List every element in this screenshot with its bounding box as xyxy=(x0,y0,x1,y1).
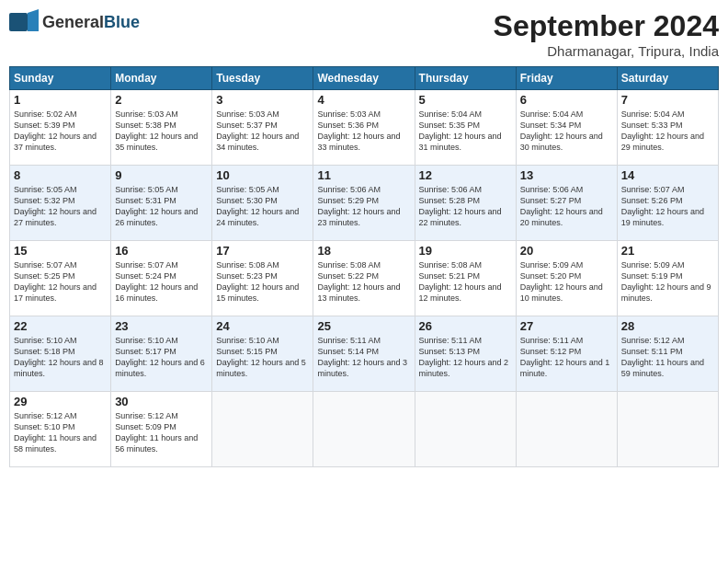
calendar-cell xyxy=(617,392,718,467)
cell-info: Sunrise: 5:08 AMSunset: 5:21 PMDaylight:… xyxy=(419,259,512,304)
calendar-cell: 23 Sunrise: 5:10 AMSunset: 5:17 PMDaylig… xyxy=(111,316,212,392)
calendar-cell: 4 Sunrise: 5:03 AMSunset: 5:36 PMDayligh… xyxy=(313,90,415,166)
day-number: 22 xyxy=(14,319,107,333)
calendar-week-3: 15 Sunrise: 5:07 AMSunset: 5:25 PMDaylig… xyxy=(10,241,719,316)
day-number: 13 xyxy=(520,168,613,182)
cell-info: Sunrise: 5:10 AMSunset: 5:15 PMDaylight:… xyxy=(216,335,309,380)
day-number: 30 xyxy=(115,395,208,408)
calendar-cell: 14 Sunrise: 5:07 AMSunset: 5:26 PMDaylig… xyxy=(617,166,718,241)
cell-info: Sunrise: 5:08 AMSunset: 5:23 PMDaylight:… xyxy=(216,259,309,304)
cell-info: Sunrise: 5:02 AMSunset: 5:39 PMDaylight:… xyxy=(14,109,107,154)
cell-info: Sunrise: 5:04 AMSunset: 5:35 PMDaylight:… xyxy=(419,109,512,154)
day-number: 2 xyxy=(115,93,208,107)
cell-info: Sunrise: 5:06 AMSunset: 5:29 PMDaylight:… xyxy=(317,184,410,229)
cell-info: Sunrise: 5:06 AMSunset: 5:28 PMDaylight:… xyxy=(419,184,512,229)
calendar-cell xyxy=(415,392,516,467)
day-number: 12 xyxy=(419,168,512,182)
day-number: 10 xyxy=(216,168,309,182)
day-number: 11 xyxy=(317,168,410,182)
calendar-table: SundayMondayTuesdayWednesdayThursdayFrid… xyxy=(9,66,719,467)
logo-general: General xyxy=(42,13,104,31)
calendar-cell xyxy=(516,392,617,467)
cell-info: Sunrise: 5:11 AMSunset: 5:14 PMDaylight:… xyxy=(317,335,410,380)
cell-info: Sunrise: 5:12 AMSunset: 5:11 PMDaylight:… xyxy=(621,335,714,380)
day-number: 21 xyxy=(621,244,714,258)
logo-blue: Blue xyxy=(104,13,140,31)
day-number: 16 xyxy=(115,244,208,258)
month-title: September 2024 xyxy=(494,9,719,43)
calendar-cell: 6 Sunrise: 5:04 AMSunset: 5:34 PMDayligh… xyxy=(516,90,617,166)
cell-info: Sunrise: 5:11 AMSunset: 5:13 PMDaylight:… xyxy=(419,335,512,380)
day-number: 3 xyxy=(216,93,309,107)
calendar-cell: 15 Sunrise: 5:07 AMSunset: 5:25 PMDaylig… xyxy=(10,241,111,316)
weekday-header-wednesday: Wednesday xyxy=(313,67,415,90)
calendar-cell: 17 Sunrise: 5:08 AMSunset: 5:23 PMDaylig… xyxy=(212,241,313,316)
cell-info: Sunrise: 5:04 AMSunset: 5:34 PMDaylight:… xyxy=(520,109,613,154)
calendar-cell: 2 Sunrise: 5:03 AMSunset: 5:38 PMDayligh… xyxy=(111,90,212,166)
day-number: 9 xyxy=(115,168,208,182)
calendar-cell: 7 Sunrise: 5:04 AMSunset: 5:33 PMDayligh… xyxy=(617,90,718,166)
day-number: 5 xyxy=(419,93,512,107)
weekday-header-row: SundayMondayTuesdayWednesdayThursdayFrid… xyxy=(10,67,719,90)
calendar-cell: 9 Sunrise: 5:05 AMSunset: 5:31 PMDayligh… xyxy=(111,166,212,241)
cell-info: Sunrise: 5:09 AMSunset: 5:20 PMDaylight:… xyxy=(520,259,613,304)
day-number: 29 xyxy=(14,395,107,408)
calendar-cell: 26 Sunrise: 5:11 AMSunset: 5:13 PMDaylig… xyxy=(415,316,516,392)
day-number: 1 xyxy=(14,93,107,107)
logo-icon xyxy=(9,9,39,35)
cell-info: Sunrise: 5:05 AMSunset: 5:31 PMDaylight:… xyxy=(115,184,208,229)
calendar-cell: 29 Sunrise: 5:12 AMSunset: 5:10 PMDaylig… xyxy=(10,392,111,467)
day-number: 17 xyxy=(216,244,309,258)
calendar-cell: 16 Sunrise: 5:07 AMSunset: 5:24 PMDaylig… xyxy=(111,241,212,316)
weekday-header-monday: Monday xyxy=(111,67,212,90)
day-number: 20 xyxy=(520,244,613,258)
calendar-cell: 13 Sunrise: 5:06 AMSunset: 5:27 PMDaylig… xyxy=(516,166,617,241)
weekday-header-thursday: Thursday xyxy=(415,67,516,90)
day-number: 27 xyxy=(520,319,613,333)
day-number: 6 xyxy=(520,93,613,107)
cell-info: Sunrise: 5:12 AMSunset: 5:09 PMDaylight:… xyxy=(115,410,208,455)
svg-rect-0 xyxy=(9,13,28,31)
calendar-cell: 5 Sunrise: 5:04 AMSunset: 5:35 PMDayligh… xyxy=(415,90,516,166)
cell-info: Sunrise: 5:03 AMSunset: 5:38 PMDaylight:… xyxy=(115,109,208,154)
calendar-cell: 11 Sunrise: 5:06 AMSunset: 5:29 PMDaylig… xyxy=(313,166,415,241)
cell-info: Sunrise: 5:07 AMSunset: 5:26 PMDaylight:… xyxy=(621,184,714,229)
weekday-header-friday: Friday xyxy=(516,67,617,90)
cell-info: Sunrise: 5:11 AMSunset: 5:12 PMDaylight:… xyxy=(520,335,613,380)
day-number: 14 xyxy=(621,168,714,182)
calendar-cell: 1 Sunrise: 5:02 AMSunset: 5:39 PMDayligh… xyxy=(10,90,111,166)
calendar-cell: 30 Sunrise: 5:12 AMSunset: 5:09 PMDaylig… xyxy=(111,392,212,467)
title-area: September 2024 Dharmanagar, Tripura, Ind… xyxy=(494,9,719,59)
cell-info: Sunrise: 5:07 AMSunset: 5:25 PMDaylight:… xyxy=(14,259,107,304)
calendar-week-2: 8 Sunrise: 5:05 AMSunset: 5:32 PMDayligh… xyxy=(10,166,719,241)
day-number: 4 xyxy=(317,93,410,107)
cell-info: Sunrise: 5:04 AMSunset: 5:33 PMDaylight:… xyxy=(621,109,714,154)
cell-info: Sunrise: 5:08 AMSunset: 5:22 PMDaylight:… xyxy=(317,259,410,304)
calendar-cell: 10 Sunrise: 5:05 AMSunset: 5:30 PMDaylig… xyxy=(212,166,313,241)
calendar-cell: 18 Sunrise: 5:08 AMSunset: 5:22 PMDaylig… xyxy=(313,241,415,316)
svg-marker-1 xyxy=(28,9,39,31)
weekday-header-saturday: Saturday xyxy=(617,67,718,90)
calendar-cell: 25 Sunrise: 5:11 AMSunset: 5:14 PMDaylig… xyxy=(313,316,415,392)
cell-info: Sunrise: 5:09 AMSunset: 5:19 PMDaylight:… xyxy=(621,259,714,304)
cell-info: Sunrise: 5:07 AMSunset: 5:24 PMDaylight:… xyxy=(115,259,208,304)
cell-info: Sunrise: 5:05 AMSunset: 5:30 PMDaylight:… xyxy=(216,184,309,229)
calendar-week-1: 1 Sunrise: 5:02 AMSunset: 5:39 PMDayligh… xyxy=(10,90,719,166)
weekday-header-tuesday: Tuesday xyxy=(212,67,313,90)
weekday-header-sunday: Sunday xyxy=(10,67,111,90)
day-number: 23 xyxy=(115,319,208,333)
cell-info: Sunrise: 5:10 AMSunset: 5:18 PMDaylight:… xyxy=(14,335,107,380)
cell-info: Sunrise: 5:12 AMSunset: 5:10 PMDaylight:… xyxy=(14,410,107,455)
page-header: GeneralBlue September 2024 Dharmanagar, … xyxy=(9,9,719,59)
calendar-cell: 21 Sunrise: 5:09 AMSunset: 5:19 PMDaylig… xyxy=(617,241,718,316)
calendar-cell xyxy=(313,392,415,467)
day-number: 25 xyxy=(317,319,410,333)
day-number: 24 xyxy=(216,319,309,333)
calendar-cell: 12 Sunrise: 5:06 AMSunset: 5:28 PMDaylig… xyxy=(415,166,516,241)
calendar-cell: 28 Sunrise: 5:12 AMSunset: 5:11 PMDaylig… xyxy=(617,316,718,392)
day-number: 26 xyxy=(419,319,512,333)
calendar-cell: 19 Sunrise: 5:08 AMSunset: 5:21 PMDaylig… xyxy=(415,241,516,316)
cell-info: Sunrise: 5:03 AMSunset: 5:36 PMDaylight:… xyxy=(317,109,410,154)
cell-info: Sunrise: 5:06 AMSunset: 5:27 PMDaylight:… xyxy=(520,184,613,229)
calendar-cell: 22 Sunrise: 5:10 AMSunset: 5:18 PMDaylig… xyxy=(10,316,111,392)
